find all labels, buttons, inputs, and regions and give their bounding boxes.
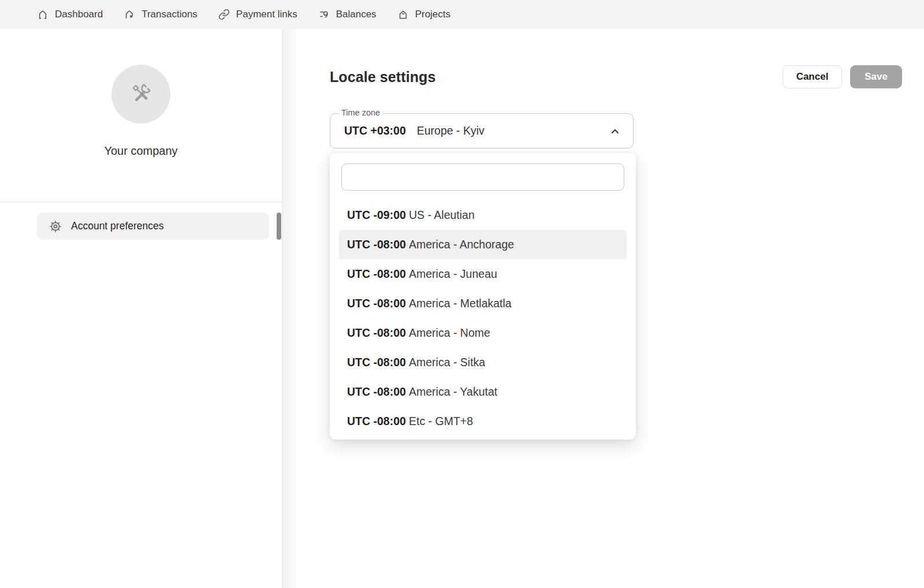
nav-item-projects[interactable]: Projects <box>397 9 450 20</box>
nav-item-label: Transactions <box>141 9 198 20</box>
nav-item-dashboard[interactable]: Dashboard <box>37 9 103 20</box>
option-name: America - Yakutat <box>409 385 497 399</box>
timezone-field-label: Time zone <box>338 108 383 117</box>
top-nav: Dashboard Transactions Payment links Bal… <box>0 0 924 29</box>
tools-icon <box>128 80 154 109</box>
sidebar-item-label: Account preferences <box>71 220 164 232</box>
option-name: America - Anchorage <box>409 238 514 251</box>
save-button[interactable]: Save <box>850 65 902 88</box>
option-offset: UTC -08:00 <box>347 267 409 281</box>
option-name: US - Aleutian <box>409 209 475 222</box>
timezone-option[interactable]: UTC -08:00 America - Yakutat <box>339 377 627 407</box>
sidebar-item-account-preferences[interactable]: Account preferences <box>37 213 269 240</box>
option-offset: UTC -09:00 <box>347 209 409 222</box>
timezone-selected-name: Europe - Kyiv <box>417 124 485 137</box>
page-header: Locale settings Cancel Save <box>330 29 902 88</box>
timezone-field: Time zone UTC +03:00 Europe - Kyiv UTC -… <box>330 113 634 148</box>
timezone-option[interactable]: UTC -08:00 America - Sitka <box>339 348 627 377</box>
nav-item-label: Dashboard <box>55 9 103 20</box>
company-name: Your company <box>0 144 282 158</box>
link-icon <box>218 9 230 20</box>
timezone-select[interactable]: Time zone UTC +03:00 Europe - Kyiv <box>330 113 634 148</box>
option-offset: UTC -08:00 <box>347 297 409 310</box>
nav-item-balances[interactable]: Balances <box>318 9 377 20</box>
option-offset: UTC -08:00 <box>347 326 409 340</box>
header-actions: Cancel Save <box>783 65 902 88</box>
sidebar: Your company Account preferences <box>0 29 282 588</box>
sidebar-scrollbar-thumb[interactable] <box>277 213 281 240</box>
balances-icon <box>318 9 330 20</box>
option-name: America - Nome <box>409 326 490 340</box>
timezone-option[interactable]: UTC -09:00 US - Aleutian <box>339 200 627 230</box>
gear-icon <box>49 220 62 233</box>
transactions-icon <box>124 9 135 20</box>
timezone-option[interactable]: UTC -08:00 America - Metlakatla <box>339 289 627 318</box>
nav-item-label: Balances <box>336 9 377 20</box>
option-name: America - Juneau <box>409 267 497 281</box>
company-profile: Your company <box>0 29 282 158</box>
timezone-option-highlighted[interactable]: UTC -08:00 America - Anchorage <box>339 230 627 259</box>
timezone-option-list: UTC -09:00 US - Aleutian UTC -08:00 Amer… <box>330 200 636 436</box>
option-name: Etc - GMT+8 <box>409 415 473 428</box>
projects-icon <box>397 9 409 20</box>
nav-item-transactions[interactable]: Transactions <box>124 9 198 20</box>
main-content: Locale settings Cancel Save Time zone UT… <box>282 29 924 588</box>
nav-item-payment-links[interactable]: Payment links <box>218 9 297 20</box>
option-offset: UTC -08:00 <box>347 415 409 428</box>
nav-item-label: Payment links <box>236 9 297 20</box>
home-icon <box>37 9 49 20</box>
option-offset: UTC -08:00 <box>347 238 409 251</box>
option-offset: UTC -08:00 <box>347 356 409 369</box>
timezone-selected-offset: UTC +03:00 <box>344 124 406 137</box>
option-name: America - Sitka <box>409 356 485 369</box>
company-avatar <box>111 65 170 124</box>
option-name: America - Metlakatla <box>409 297 512 310</box>
timezone-option[interactable]: UTC -08:00 America - Nome <box>339 318 627 348</box>
timezone-option[interactable]: UTC -08:00 America - Juneau <box>339 259 627 289</box>
page-title: Locale settings <box>330 69 436 85</box>
sidebar-divider <box>0 202 282 202</box>
nav-item-label: Projects <box>415 9 450 20</box>
timezone-dropdown: UTC -09:00 US - Aleutian UTC -08:00 Amer… <box>330 153 636 440</box>
option-offset: UTC -08:00 <box>347 385 409 399</box>
cancel-button[interactable]: Cancel <box>783 65 842 88</box>
timezone-option[interactable]: UTC -08:00 Etc - GMT+8 <box>339 407 627 436</box>
timezone-search-input[interactable] <box>341 163 624 191</box>
